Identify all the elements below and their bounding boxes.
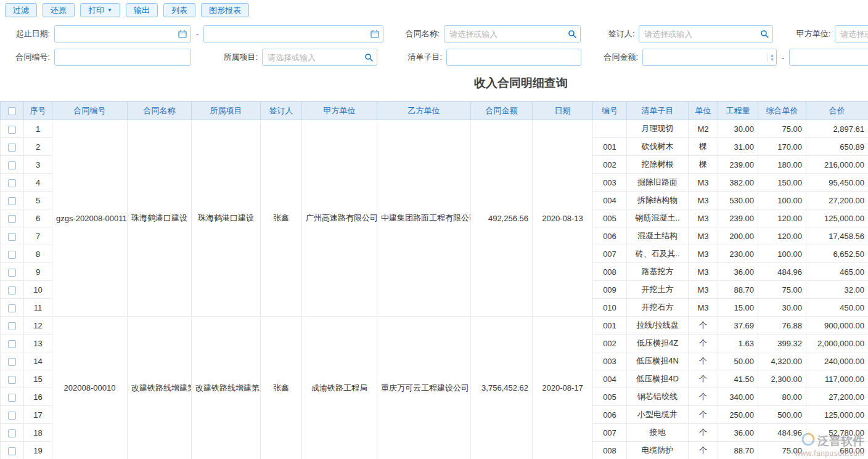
stepper-down-icon[interactable]: ▼ xyxy=(770,57,774,62)
col-header-party-b[interactable]: 乙方单位 xyxy=(377,102,471,120)
select-all-checkbox[interactable] xyxy=(8,107,16,115)
row-checkbox[interactable] xyxy=(8,286,16,294)
col-header-contract-name[interactable]: 合同名称 xyxy=(128,102,192,120)
contract-name-input[interactable] xyxy=(444,26,580,41)
end-date-input[interactable] xyxy=(204,26,383,41)
row-checkbox[interactable] xyxy=(8,358,16,366)
project-field[interactable] xyxy=(262,49,377,66)
party-a-link[interactable]: 广州高速路有限公司 xyxy=(302,120,377,317)
col-header-contract-code[interactable]: 合同编号 xyxy=(52,102,128,120)
search-icon[interactable] xyxy=(568,30,576,38)
contract-code-input[interactable] xyxy=(55,50,190,65)
contract-code-link[interactable]: gzgs-202008-00011 xyxy=(52,120,128,317)
list-item-input[interactable] xyxy=(447,50,581,65)
contract-name-link[interactable]: 珠海鹤港口建设 xyxy=(128,120,192,317)
row-checkbox[interactable] xyxy=(8,394,16,402)
item-total-cell: 27,200.00 xyxy=(806,192,868,209)
graph-report-button[interactable]: 图形报表 xyxy=(201,3,249,17)
row-select-cell xyxy=(1,156,24,174)
signer-field[interactable] xyxy=(639,25,773,43)
project-link[interactable]: 珠海鹤港口建设 xyxy=(192,120,261,317)
contract-code-label: 合同编号: xyxy=(0,52,54,63)
restore-button[interactable]: 还原 xyxy=(43,3,75,17)
amount-min-field[interactable]: ▲▼ xyxy=(642,49,777,66)
row-checkbox[interactable] xyxy=(8,215,16,223)
item-unit-cell: M2 xyxy=(689,120,718,138)
row-checkbox[interactable] xyxy=(8,126,16,134)
contract-code-link[interactable]: 202008-00010 xyxy=(52,317,128,459)
row-checkbox[interactable] xyxy=(8,429,16,437)
seq-cell: 18 xyxy=(24,424,52,442)
row-select-cell xyxy=(1,299,24,317)
row-checkbox[interactable] xyxy=(8,179,16,187)
item-qty-cell: 37.69 xyxy=(718,317,758,335)
row-checkbox[interactable] xyxy=(8,340,16,348)
contract-code-field[interactable] xyxy=(54,49,191,66)
amount-min-input[interactable] xyxy=(643,50,776,65)
filter-button[interactable]: 过滤 xyxy=(5,3,37,17)
col-header-item-name[interactable]: 清单子目 xyxy=(627,102,689,120)
row-checkbox[interactable] xyxy=(8,304,16,312)
col-header-project[interactable]: 所属项目 xyxy=(192,102,261,120)
list-item-field[interactable] xyxy=(446,49,581,66)
row-checkbox[interactable] xyxy=(8,144,16,152)
col-header-amount[interactable]: 合同金额 xyxy=(471,102,533,120)
row-checkbox[interactable] xyxy=(8,161,16,169)
calendar-icon[interactable] xyxy=(371,30,379,38)
row-select-cell xyxy=(1,424,24,442)
row-checkbox[interactable] xyxy=(8,322,16,330)
col-header-unit[interactable]: 单位 xyxy=(689,102,718,120)
row-checkbox[interactable] xyxy=(8,376,16,384)
row-checkbox[interactable] xyxy=(8,269,16,277)
project-input[interactable] xyxy=(263,50,377,65)
start-date-input[interactable] xyxy=(55,26,190,41)
signer-link[interactable]: 张鑫 xyxy=(261,120,302,317)
col-header-item-code[interactable]: 编号 xyxy=(593,102,627,120)
party-a-input[interactable] xyxy=(835,26,868,41)
list-button[interactable]: 列表 xyxy=(163,3,195,17)
item-name-cell: 混凝土结构 xyxy=(627,227,689,245)
party-a-link[interactable]: 成渝铁路工程局 xyxy=(302,317,377,459)
list-item-label: 清单子目: xyxy=(377,52,446,63)
item-total-cell: 125,000.00 xyxy=(806,406,868,424)
project-link[interactable]: 改建铁路线增建第二线 xyxy=(192,317,261,459)
end-date-field[interactable] xyxy=(203,25,383,43)
search-icon[interactable] xyxy=(760,30,769,38)
item-total-cell: 240,000.00 xyxy=(806,352,868,370)
signer-input[interactable] xyxy=(639,26,772,41)
item-code-cell: 005 xyxy=(593,209,627,227)
filter-row-1: 起止日期: - 合同名称: 签订人: 甲方单位: xyxy=(0,25,868,43)
party-b-link[interactable]: 中建集团路面工程有限公司 xyxy=(377,120,471,317)
col-header-seq[interactable]: 序号 xyxy=(24,102,52,120)
col-header-signer[interactable]: 签订人 xyxy=(261,102,302,120)
search-icon[interactable] xyxy=(364,53,373,62)
party-a-field[interactable] xyxy=(835,25,868,43)
col-header-date[interactable]: 日期 xyxy=(533,102,593,120)
contract-name-link[interactable]: 改建铁路线增建第二线 xyxy=(128,317,192,459)
item-code-cell xyxy=(593,120,627,138)
amount-max-field[interactable] xyxy=(789,49,868,66)
start-date-field[interactable] xyxy=(54,25,191,43)
export-button[interactable]: 输出 xyxy=(126,3,158,17)
contract-date-cell: 2020-08-17 xyxy=(533,317,593,459)
row-checkbox[interactable] xyxy=(8,233,16,241)
col-header-qty[interactable]: 工程量 xyxy=(718,102,758,120)
stepper-up-icon[interactable]: ▲ xyxy=(770,53,774,57)
contract-name-field[interactable] xyxy=(444,25,581,43)
signer-link[interactable]: 张鑫 xyxy=(261,317,302,459)
print-button[interactable]: 打印▼ xyxy=(80,3,120,17)
amount-stepper[interactable]: ▲▼ xyxy=(767,53,774,62)
row-checkbox[interactable] xyxy=(8,447,16,455)
col-header-price[interactable]: 综合单价 xyxy=(758,102,806,120)
col-header-total[interactable]: 合价 xyxy=(806,102,868,120)
row-checkbox[interactable] xyxy=(8,251,16,259)
row-checkbox[interactable] xyxy=(8,197,16,205)
row-checkbox[interactable] xyxy=(8,412,16,420)
col-header-party-a[interactable]: 甲方单位 xyxy=(302,102,377,120)
item-name-cell: 钢芯铝绞线 xyxy=(627,388,689,406)
amount-max-input[interactable] xyxy=(790,50,868,65)
item-price-cell: 4,320.00 xyxy=(758,352,806,370)
item-code-cell: 003 xyxy=(593,174,627,192)
calendar-icon[interactable] xyxy=(178,30,187,38)
party-b-link[interactable]: 重庆万可云工程建设公司 xyxy=(377,317,471,459)
